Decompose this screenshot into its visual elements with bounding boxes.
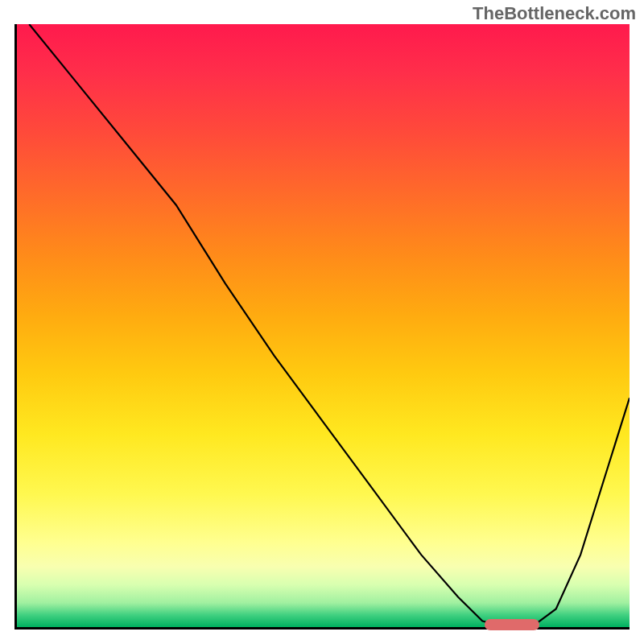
plot-area <box>14 24 630 630</box>
watermark-text: TheBottleneck.com <box>473 3 636 24</box>
chart-container: TheBottleneck.com <box>0 0 644 644</box>
gradient-background <box>17 24 630 627</box>
optimal-marker <box>485 619 540 630</box>
